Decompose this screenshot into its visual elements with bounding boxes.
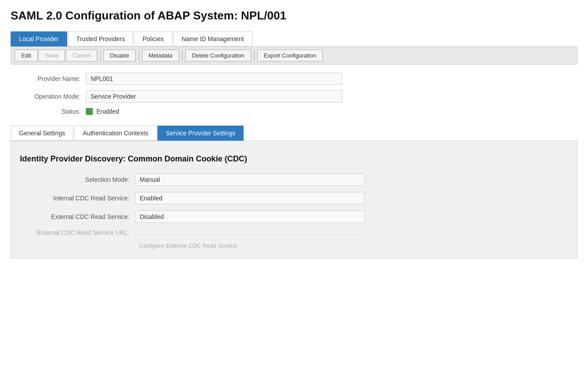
status-row: Status: Enabled xyxy=(15,108,573,115)
toolbar-separator-2 xyxy=(138,50,139,61)
tab-general-settings[interactable]: General Settings xyxy=(11,126,73,141)
toolbar-separator-4 xyxy=(254,50,255,61)
external-cdc-label: External CDC Read Service: xyxy=(20,213,135,220)
save-button[interactable]: Save xyxy=(38,50,65,61)
toolbar-separator-1 xyxy=(100,50,101,61)
selection-mode-row: Selection Mode: Manual xyxy=(20,173,568,186)
external-cdc-url-label: External CDC Read Service URL: xyxy=(20,229,135,236)
tab-local-provider[interactable]: Local Provider xyxy=(11,31,67,46)
selection-mode-value: Manual xyxy=(135,173,365,186)
selection-mode-label: Selection Mode: xyxy=(20,176,135,183)
operation-mode-row: Operation Mode: Service Provider xyxy=(15,90,573,103)
tab-trusted-providers[interactable]: Trusted Providers xyxy=(68,31,134,46)
external-cdc-url-value xyxy=(135,230,365,235)
status-label: Status: xyxy=(15,108,86,115)
metadata-button[interactable]: Metadata xyxy=(142,50,179,61)
section-title: Identity Provider Discovery: Common Doma… xyxy=(20,154,568,164)
internal-cdc-row: Internal CDC Read Service: Enabled xyxy=(20,192,568,204)
toolbar-separator-3 xyxy=(182,50,183,61)
operation-mode-value: Service Provider xyxy=(86,90,342,103)
external-cdc-row: External CDC Read Service: Disabled xyxy=(20,211,568,223)
status-indicator-icon xyxy=(86,108,93,115)
tab-auth-contexts[interactable]: Authentication Contexts xyxy=(74,126,157,141)
external-cdc-url-row: External CDC Read Service URL: xyxy=(20,229,568,236)
status-value: Enabled xyxy=(96,108,119,115)
disable-button[interactable]: Disable xyxy=(103,50,136,61)
page-wrapper: SAML 2.0 Configuration of ABAP System: N… xyxy=(0,0,588,368)
inner-panel: Identity Provider Discovery: Common Doma… xyxy=(11,141,577,258)
provider-name-label: Provider Name: xyxy=(15,75,86,82)
provider-name-row: Provider Name: NPL001 xyxy=(15,73,573,85)
internal-cdc-value: Enabled xyxy=(135,192,365,204)
tab-policies[interactable]: Policies xyxy=(134,31,172,46)
configure-external-cdc-link: Configure External CDC Read Service xyxy=(139,242,568,249)
cancel-button[interactable]: Cancel xyxy=(66,50,97,61)
edit-button[interactable]: Edit xyxy=(15,50,38,61)
form-section: Provider Name: NPL001 Operation Mode: Se… xyxy=(11,73,577,115)
toolbar: Edit Save Cancel Disable Metadata Delete… xyxy=(11,46,577,65)
nav-tabs: Local Provider Trusted Providers Policie… xyxy=(11,31,577,46)
provider-name-value: NPL001 xyxy=(86,73,342,85)
operation-mode-label: Operation Mode: xyxy=(15,93,86,100)
page-title: SAML 2.0 Configuration of ABAP System: N… xyxy=(11,9,577,23)
internal-cdc-label: Internal CDC Read Service: xyxy=(20,195,135,202)
export-config-button[interactable]: Export Configuration xyxy=(257,50,323,61)
inner-tabs: General Settings Authentication Contexts… xyxy=(11,126,577,141)
external-cdc-value: Disabled xyxy=(135,211,365,223)
tab-sp-settings[interactable]: Service Provider Settings xyxy=(157,126,244,141)
delete-config-button[interactable]: Delete Configuration xyxy=(185,50,251,61)
tab-name-id-management[interactable]: Name ID Management xyxy=(173,31,252,46)
